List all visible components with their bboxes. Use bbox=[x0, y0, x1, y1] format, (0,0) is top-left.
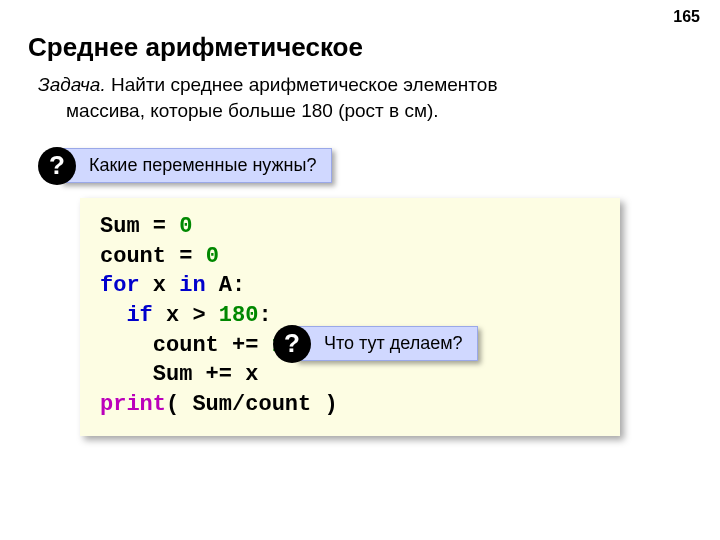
code-line-6: Sum += x bbox=[100, 360, 600, 390]
problem-statement: Задача. Найти среднее арифметическое эле… bbox=[38, 72, 660, 123]
problem-text-line1: Найти среднее арифметическое элементов bbox=[106, 74, 498, 95]
code-line-3: for x in A: bbox=[100, 271, 600, 301]
code-line-7: print( Sum/count ) bbox=[100, 390, 600, 420]
callout-2: ? Что тут делаем? bbox=[295, 326, 478, 361]
question-mark-icon: ? bbox=[273, 325, 311, 363]
problem-text-line2: массива, которые больше 180 (рост в см). bbox=[38, 98, 660, 124]
code-line-1: Sum = 0 bbox=[100, 212, 600, 242]
callout-2-text: Что тут делаем? bbox=[295, 326, 478, 361]
slide-title: Среднее арифметическое bbox=[28, 32, 363, 63]
callout-1-text: Какие переменные нужны? bbox=[60, 148, 332, 183]
page-number: 165 bbox=[673, 8, 700, 26]
question-mark-icon: ? bbox=[38, 147, 76, 185]
problem-label: Задача. bbox=[38, 74, 106, 95]
callout-1: ? Какие переменные нужны? bbox=[60, 148, 332, 183]
code-block: Sum = 0 count = 0 for x in A: if x > 180… bbox=[80, 198, 620, 436]
code-line-2: count = 0 bbox=[100, 242, 600, 272]
